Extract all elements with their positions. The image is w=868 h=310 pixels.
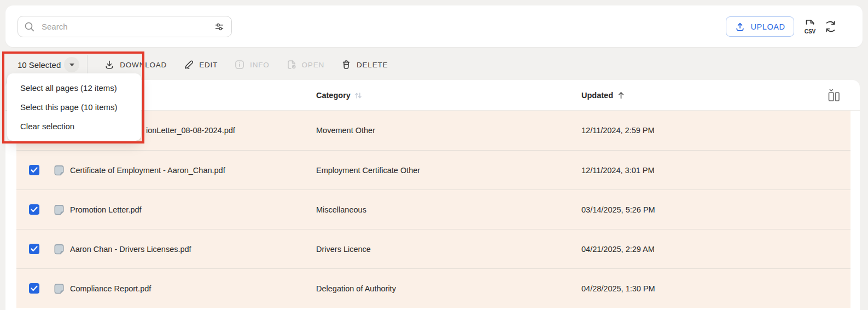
download-button[interactable]: DOWNLOAD (104, 59, 167, 70)
search-icon (24, 21, 36, 33)
refresh-icon[interactable] (823, 19, 838, 35)
menu-item-clear-selection[interactable]: Clear selection (7, 117, 141, 136)
delete-label: DELETE (357, 61, 388, 69)
row-checkbox[interactable] (29, 204, 39, 215)
updated-header-label: Updated (581, 91, 613, 100)
toolbar-separator (87, 55, 88, 74)
file-icon (53, 283, 66, 295)
edit-icon (183, 59, 194, 70)
row-checkbox[interactable] (29, 283, 39, 294)
filter-sliders-icon[interactable] (214, 21, 225, 32)
info-button[interactable]: INFO (234, 59, 269, 70)
table-row[interactable]: ionLetter_08-08-2024.pdf Movement Other … (16, 111, 850, 150)
delete-button[interactable]: DELETE (341, 59, 388, 70)
column-header-updated[interactable]: Updated (581, 80, 625, 111)
column-header-category[interactable]: Category (316, 80, 362, 111)
columns-icon[interactable] (826, 88, 841, 102)
row-checkbox[interactable] (29, 165, 39, 175)
search-box[interactable] (18, 16, 232, 37)
check-icon (31, 206, 38, 213)
open-icon (286, 59, 297, 70)
selection-dropdown-button[interactable] (64, 57, 79, 72)
info-label: INFO (250, 61, 269, 69)
upload-icon (735, 21, 745, 32)
file-name: Aaron Chan - Drivers Licenses.pdf (70, 229, 191, 269)
category-header-label: Category (316, 91, 351, 100)
download-icon (104, 59, 115, 70)
edit-button[interactable]: EDIT (183, 59, 218, 70)
upload-button[interactable]: UPLOAD (726, 16, 794, 37)
csv-export-icon[interactable]: CSV (802, 19, 818, 35)
check-icon (31, 246, 38, 252)
caret-down-icon (69, 63, 75, 67)
edit-label: EDIT (199, 61, 218, 69)
sort-icon (354, 91, 362, 100)
updated-cell: 12/11/2024, 3:01 PM (581, 151, 655, 190)
svg-text:CSV: CSV (805, 28, 816, 35)
file-icon (53, 243, 66, 256)
table-row[interactable]: Promotion Letter.pdf Miscellaneous 03/14… (16, 190, 850, 229)
category-cell: Miscellaneous (316, 190, 366, 229)
menu-item-select-all-pages[interactable]: Select all pages (12 items) (7, 78, 141, 97)
category-cell: Employment Certificate Other (316, 151, 420, 190)
sort-asc-icon (617, 91, 625, 100)
updated-cell: 12/11/2024, 2:59 PM (581, 111, 655, 150)
updated-cell: 03/14/2025, 5:26 PM (581, 190, 655, 229)
updated-cell: 04/28/2025, 1:30 PM (581, 269, 655, 308)
file-name: Promotion Letter.pdf (70, 190, 142, 229)
category-cell: Drivers Licence (316, 229, 371, 269)
documents-page: UPLOAD CSV 10 Selected (0, 0, 868, 310)
download-label: DOWNLOAD (120, 61, 167, 69)
delete-icon (341, 59, 352, 70)
file-name: Compliance Report.pdf (70, 269, 151, 308)
selection-menu: Select all pages (12 items) Select this … (7, 73, 141, 141)
updated-cell: 04/21/2025, 2:29 AM (581, 229, 655, 269)
category-cell: Movement Other (316, 111, 375, 150)
file-name: ionLetter_08-08-2024.pdf (146, 111, 235, 150)
selection-count-label: 10 Selected (18, 60, 61, 70)
check-icon (31, 167, 38, 173)
info-icon (234, 59, 245, 70)
table-row[interactable]: Aaron Chan - Drivers Licenses.pdf Driver… (16, 229, 850, 268)
file-icon (53, 164, 66, 177)
menu-item-select-this-page[interactable]: Select this page (10 items) (7, 97, 141, 117)
open-button[interactable]: OPEN (286, 59, 324, 70)
check-icon (31, 285, 38, 291)
table-row[interactable]: Certificate of Employment - Aaron_Chan.p… (16, 150, 850, 190)
category-cell: Delegation of Authority (316, 269, 396, 308)
upload-label: UPLOAD (750, 22, 785, 31)
search-card: UPLOAD CSV (5, 5, 863, 47)
table-row[interactable]: Compliance Report.pdf Delegation of Auth… (16, 268, 850, 308)
file-name: Certificate of Employment - Aaron_Chan.p… (70, 151, 225, 190)
search-input[interactable] (42, 22, 214, 31)
file-icon (53, 204, 66, 216)
open-label: OPEN (302, 61, 324, 69)
row-checkbox[interactable] (29, 244, 39, 254)
